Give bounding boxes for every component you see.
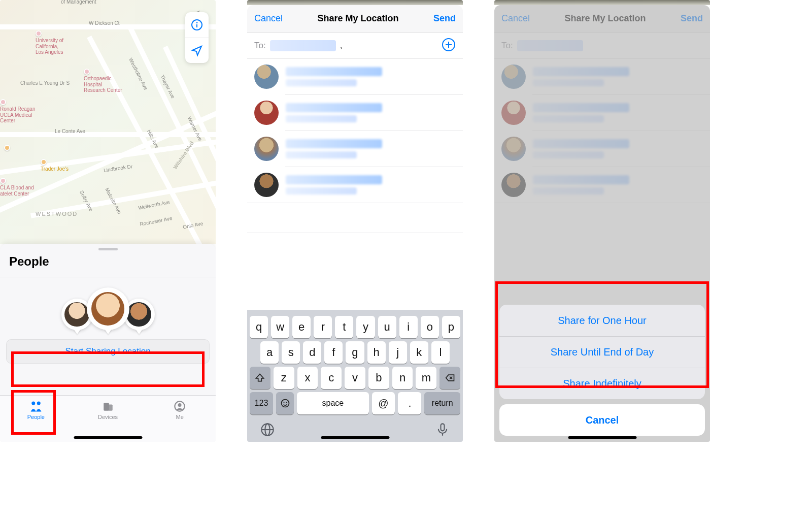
key-o[interactable]: o — [421, 316, 439, 338]
avatar — [254, 64, 279, 89]
start-sharing-button[interactable]: Start Sharing Location — [6, 339, 210, 364]
key-l[interactable]: l — [431, 341, 450, 364]
key-at[interactable]: @ — [372, 392, 395, 414]
key-y[interactable]: y — [356, 316, 375, 338]
avatar — [254, 101, 279, 125]
tab-bar: People Devices Me — [0, 395, 216, 442]
tab-me[interactable]: Me — [144, 396, 216, 442]
key-backspace[interactable] — [439, 367, 460, 389]
action-sheet-cancel-button[interactable]: Cancel — [499, 404, 705, 436]
key-w[interactable]: w — [271, 316, 289, 338]
key-e[interactable]: e — [292, 316, 311, 338]
plus-circle-icon — [442, 38, 456, 52]
emoji-icon — [280, 398, 290, 408]
key-s[interactable]: s — [282, 341, 300, 364]
people-avatars — [0, 277, 216, 339]
svg-point-2 — [197, 22, 197, 23]
poi-store — [4, 145, 10, 152]
home-indicator[interactable] — [321, 436, 389, 439]
recipient-chip[interactable] — [270, 40, 336, 51]
key-c[interactable]: c — [321, 367, 342, 389]
poi-store: Trader Joe's — [41, 159, 69, 172]
cancel-button[interactable]: Cancel — [254, 13, 283, 24]
key-d[interactable]: d — [303, 341, 321, 364]
nav-title: Share My Location — [317, 13, 398, 24]
share-one-hour-button[interactable]: Share for One Hour — [499, 305, 705, 336]
key-a[interactable]: a — [260, 341, 279, 364]
sheet-grabber[interactable] — [98, 248, 118, 250]
key-j[interactable]: j — [389, 341, 407, 364]
globe-icon[interactable] — [260, 423, 275, 437]
people-icon — [29, 400, 43, 413]
road-label: Rochester Ave — [140, 215, 173, 227]
key-v[interactable]: v — [345, 367, 365, 389]
share-end-of-day-button[interactable]: Share Until End of Day — [499, 336, 705, 368]
district-label: WESTWOOD — [36, 211, 78, 217]
svg-point-14 — [281, 400, 289, 407]
road-label: Lindbrook Dr — [104, 164, 133, 173]
person-pin[interactable] — [87, 287, 129, 330]
key-return[interactable]: return — [424, 392, 460, 414]
key-n[interactable]: n — [392, 367, 413, 389]
tab-devices[interactable]: Devices — [72, 396, 144, 442]
svg-point-4 — [37, 401, 41, 405]
info-button[interactable] — [185, 12, 209, 38]
to-row[interactable]: To: , — [247, 33, 463, 59]
key-i[interactable]: i — [399, 316, 418, 338]
key-q[interactable]: q — [250, 316, 268, 338]
send-button[interactable]: Send — [433, 13, 456, 24]
road-label: Wellworth Ave — [138, 199, 171, 211]
key-b[interactable]: b — [368, 367, 389, 389]
home-indicator[interactable] — [568, 436, 636, 439]
key-f[interactable]: f — [324, 341, 343, 364]
svg-point-8 — [178, 403, 182, 407]
contact-suggestion[interactable] — [247, 167, 463, 203]
key-m[interactable]: m — [416, 367, 436, 389]
road-label: Le Conte Ave — [55, 128, 85, 134]
tab-people[interactable]: People — [0, 396, 72, 442]
key-k[interactable]: k — [410, 341, 428, 364]
share-indefinitely-button[interactable]: Share Indefinitely — [499, 368, 705, 399]
svg-rect-20 — [441, 424, 445, 431]
mic-icon[interactable] — [435, 423, 450, 437]
key-g[interactable]: g — [346, 341, 364, 364]
key-p[interactable]: p — [442, 316, 460, 338]
share-location-duration-screen: Cancel Share My Location Send To: — [494, 0, 710, 442]
key-t[interactable]: t — [335, 316, 353, 338]
contact-suggestion[interactable] — [247, 95, 463, 131]
key-numbers[interactable]: 123 — [250, 392, 273, 414]
road-label: W Dickson Ct — [89, 20, 120, 26]
locate-button[interactable] — [185, 38, 209, 63]
people-sheet: People Start Sharing Location People Dev… — [0, 244, 216, 442]
find-my-people-screen: of Management W Dickson Ct Loring Ave We… — [0, 0, 216, 442]
map-controls — [185, 12, 209, 63]
poi-hospital: Orthopaedic Hospital Research Center — [84, 69, 122, 93]
key-space[interactable]: space — [297, 392, 368, 414]
poi-university: University of California, Los Angeles — [36, 30, 63, 55]
backspace-icon — [445, 373, 455, 383]
keyboard[interactable]: q w e r t y u i o p a s d f g h j k l — [247, 310, 463, 442]
road-label: of Management — [61, 0, 96, 5]
svg-point-3 — [31, 401, 35, 405]
me-icon — [173, 400, 187, 413]
key-shift[interactable] — [250, 367, 270, 389]
poi-hospital: CLA Blood and atelet Center — [0, 178, 34, 197]
duration-action-sheet: Share for One Hour Share Until End of Da… — [499, 305, 705, 436]
key-period[interactable]: . — [398, 392, 421, 414]
key-z[interactable]: z — [274, 367, 294, 389]
key-x[interactable]: x — [297, 367, 318, 389]
poi-hospital: Ronald Reagan UCLA Medical Center — [0, 99, 36, 124]
contact-suggestion[interactable] — [247, 59, 463, 94]
home-indicator[interactable] — [74, 436, 142, 439]
svg-point-16 — [286, 402, 287, 403]
map-view[interactable]: of Management W Dickson Ct Loring Ave We… — [0, 0, 216, 244]
key-emoji[interactable] — [276, 392, 294, 414]
contact-suggestion[interactable] — [247, 131, 463, 167]
devices-icon — [101, 400, 115, 413]
key-r[interactable]: r — [314, 316, 332, 338]
key-h[interactable]: h — [367, 341, 386, 364]
svg-rect-6 — [108, 405, 113, 411]
add-contact-button[interactable] — [442, 38, 456, 54]
avatar — [254, 173, 279, 197]
key-u[interactable]: u — [378, 316, 396, 338]
